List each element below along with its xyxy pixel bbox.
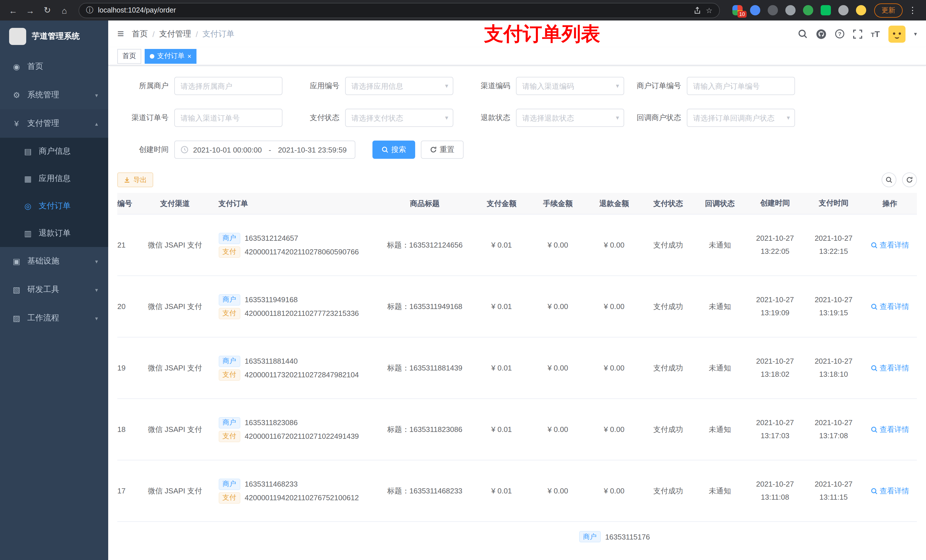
app-no-input[interactable] — [345, 77, 453, 95]
refresh-table-button[interactable] — [902, 172, 917, 187]
sidebar-item-workflow[interactable]: ▨ 工作流程 ▾ — [0, 304, 108, 332]
extension-icon-avatar[interactable] — [856, 5, 866, 15]
user-avatar[interactable] — [888, 25, 905, 42]
pay-date: 2021-10-27 — [807, 417, 861, 429]
menu-label: 首页 — [27, 62, 43, 72]
menu-label: 应用信息 — [39, 174, 71, 184]
callback-status-select[interactable]: ▾ — [687, 109, 795, 127]
sidebar-item-infrastructure[interactable]: ▣ 基础设施 ▾ — [0, 247, 108, 275]
create-date: 2021-10-27 — [748, 355, 802, 368]
browser-toolbar: ← → ↻ ⌂ ⓘ localhost:1024/pay/order ☆ 10 … — [0, 0, 926, 21]
menu-label: 基础设施 — [27, 256, 59, 266]
search-icon[interactable] — [798, 29, 808, 39]
breadcrumb-item[interactable]: 支付管理 — [159, 29, 191, 39]
export-button[interactable]: 导出 — [117, 172, 153, 187]
sidebar-menu: ◉ 首页 ⚙ 系统管理 ▾ ¥ 支付管理 ▴ ▤ 商户信息 — [0, 52, 108, 332]
title-value: 1635311468233 — [410, 486, 462, 495]
merchant-input[interactable] — [174, 77, 283, 95]
extension-icon-wechat-devtools[interactable] — [821, 5, 831, 15]
cell-refund-amount: ¥ 0.00 — [586, 364, 642, 372]
close-icon[interactable]: × — [188, 53, 191, 59]
extensions-puzzle-icon[interactable] — [838, 5, 849, 15]
sidebar-item-pay-order[interactable]: ◎ 支付订单 — [0, 192, 108, 220]
pay-date: 2021-10-27 — [807, 355, 861, 368]
sidebar-item-system[interactable]: ⚙ 系统管理 ▾ — [0, 81, 108, 109]
cell-pay-status: 支付成功 — [642, 301, 694, 312]
title-value: 1635312124656 — [409, 240, 463, 249]
view-detail-link[interactable]: 查看详情 — [870, 240, 909, 250]
caret-down-icon[interactable]: ▾ — [914, 31, 917, 37]
pay-status-select[interactable]: ▾ — [345, 109, 453, 127]
table-body: 21 微信 JSAPI 支付 商户 1635312124657 支付 — [117, 214, 917, 522]
bookmark-star-icon[interactable]: ☆ — [706, 6, 713, 15]
browser-back-icon[interactable]: ← — [6, 3, 21, 18]
cell-action: 查看详情 — [863, 301, 917, 312]
view-detail-link[interactable]: 查看详情 — [870, 301, 909, 312]
browser-menu-icon[interactable]: ⋮ — [905, 5, 920, 15]
collapse-sidebar-icon[interactable]: ≡ — [117, 27, 124, 41]
page-title-annotation: 支付订单列表 — [484, 21, 600, 47]
tab-pay-order[interactable]: 支付订单 × — [145, 49, 197, 63]
channel-code-input[interactable] — [516, 77, 624, 95]
table-header-row: 编号 支付渠道 支付订单 商品标题 支付金额 手续金额 退款金额 支付状态 回调… — [117, 193, 917, 214]
extension-icon-green-circle[interactable] — [803, 5, 813, 15]
url-text[interactable]: localhost:1024/pay/order — [98, 6, 689, 14]
breadcrumb-item[interactable]: 首页 — [132, 29, 148, 39]
search-button[interactable]: 搜索 — [372, 140, 415, 159]
menu-label: 支付管理 — [27, 118, 59, 128]
create-time-range-picker[interactable]: 2021-10-01 00:00:00 - 2021-10-31 23:59:5… — [174, 140, 356, 159]
merchant-select[interactable] — [174, 77, 283, 95]
channel-order-no-field[interactable] — [174, 109, 283, 127]
date-start[interactable]: 2021-10-01 00:00:00 — [193, 145, 262, 154]
toggle-search-button[interactable] — [882, 172, 896, 187]
chevron-down-icon: ▾ — [95, 287, 98, 293]
tab-home[interactable]: 首页 — [117, 49, 141, 63]
sidebar-item-devtools[interactable]: ▧ 研发工具 ▾ — [0, 275, 108, 304]
font-size-icon[interactable]: TT — [871, 29, 880, 39]
date-end[interactable]: 2021-10-31 23:59:59 — [278, 145, 346, 154]
refund-status-select[interactable]: ▾ — [516, 109, 624, 127]
sidebar-item-refund-order[interactable]: ▥ 退款订单 — [0, 220, 108, 247]
merchant-order-no-field[interactable] — [687, 77, 795, 95]
help-icon[interactable]: ? — [835, 29, 844, 39]
sidebar-item-merchant-info[interactable]: ▤ 商户信息 — [0, 138, 108, 165]
refund-status-input[interactable] — [516, 109, 624, 127]
channel-pay-no: 4200001181202110277723215336 — [245, 309, 359, 318]
chevron-down-icon: ▾ — [95, 92, 98, 98]
extension-icon-colorful[interactable]: 10 — [732, 5, 743, 15]
sidebar-item-payment[interactable]: ¥ 支付管理 ▴ — [0, 109, 108, 138]
cell-product-title: 标题：1635311881439 — [376, 363, 474, 373]
address-bar[interactable]: ⓘ localhost:1024/pay/order ☆ — [79, 3, 720, 18]
site-info-icon[interactable]: ⓘ — [86, 5, 94, 15]
extension-icon-gray[interactable] — [785, 5, 796, 15]
cell-action: 查看详情 — [863, 363, 917, 373]
extension-icon-blue[interactable] — [750, 5, 760, 15]
callback-status-input[interactable] — [687, 109, 795, 127]
cell-pay-order: 商户 1635311468233 支付 42000011942021102767… — [210, 476, 376, 506]
channel-code-select[interactable]: ▾ — [516, 77, 624, 95]
cell-notify-status: 未通知 — [694, 424, 746, 435]
github-icon[interactable] — [816, 29, 826, 39]
app-logo[interactable]: 芋道管理系统 — [0, 21, 108, 52]
app-no-select[interactable]: ▾ — [345, 77, 453, 95]
reset-button[interactable]: 重置 — [421, 140, 464, 159]
view-detail-link[interactable]: 查看详情 — [870, 363, 909, 373]
view-detail-label: 查看详情 — [879, 363, 909, 373]
sidebar-item-home[interactable]: ◉ 首页 — [0, 52, 108, 81]
browser-forward-icon[interactable]: → — [23, 3, 38, 18]
cell-fee-amount: ¥ 0.00 — [530, 241, 586, 249]
view-detail-label: 查看详情 — [879, 486, 909, 496]
browser-reload-icon[interactable]: ↻ — [40, 3, 54, 18]
view-detail-link[interactable]: 查看详情 — [870, 486, 909, 496]
cell-pay-status: 支付成功 — [642, 363, 694, 373]
channel-order-no-input[interactable] — [174, 109, 283, 127]
sidebar-item-app-info[interactable]: ▦ 应用信息 — [0, 165, 108, 192]
share-icon[interactable] — [694, 6, 701, 14]
fullscreen-icon[interactable] — [853, 29, 862, 38]
merchant-order-no-input[interactable] — [687, 77, 795, 95]
chrome-update-button[interactable]: 更新 — [874, 3, 903, 17]
browser-home-icon[interactable]: ⌂ — [57, 3, 72, 18]
pay-status-input[interactable] — [345, 109, 453, 127]
extension-icon-dark[interactable] — [768, 5, 778, 15]
view-detail-link[interactable]: 查看详情 — [870, 424, 909, 435]
